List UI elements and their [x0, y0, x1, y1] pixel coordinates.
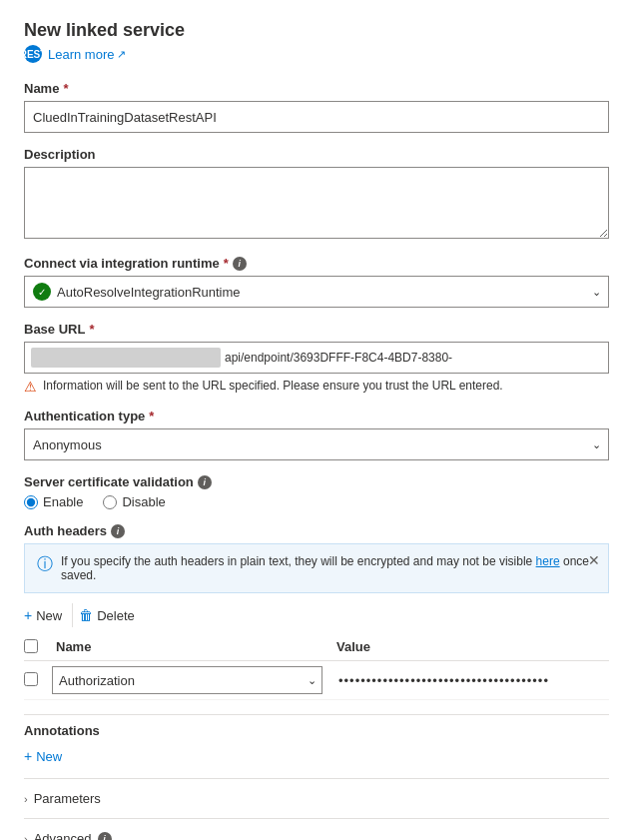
- table-row-name: Authorization ⌄: [52, 666, 330, 694]
- new-button[interactable]: + New: [24, 603, 73, 627]
- table-row-check: [24, 672, 52, 689]
- panel-title: New linked service: [24, 20, 609, 41]
- table-check-header: [24, 639, 52, 656]
- auth-headers-info-icon: i: [111, 524, 125, 538]
- table-row: Authorization ⌄ ••••••••••••••••••••••••…: [24, 661, 609, 700]
- banner-here-link[interactable]: here: [536, 554, 560, 568]
- description-input[interactable]: [24, 167, 609, 239]
- annotations-section: Annotations + New: [24, 714, 609, 766]
- parameters-section: › Parameters: [24, 778, 609, 818]
- advanced-chevron-icon: ›: [24, 833, 28, 841]
- runtime-select-wrapper: ✓ AutoResolveIntegrationRuntime ⌄: [24, 276, 609, 308]
- url-warning: ⚠ Information will be sent to the URL sp…: [24, 379, 609, 395]
- new-plus-icon: +: [24, 607, 32, 623]
- learn-more-link[interactable]: Learn more ↗: [48, 47, 126, 62]
- disable-radio-input[interactable]: [103, 495, 117, 509]
- info-banner-icon: ⓘ: [37, 554, 53, 575]
- base-url-label: Base URL *: [24, 322, 609, 337]
- panel-subtitle: REST Learn more ↗: [24, 45, 609, 63]
- advanced-info-icon: i: [98, 832, 112, 841]
- external-link-icon: ↗: [117, 48, 126, 61]
- advanced-section: › Advanced i: [24, 818, 609, 840]
- url-visible: api/endpoint/3693DFFF-F8C4-4BD7-8380-: [225, 351, 458, 365]
- table-select-wrapper: Authorization ⌄: [52, 666, 322, 694]
- rest-badge: REST: [24, 45, 42, 63]
- enable-radio-input[interactable]: [24, 495, 38, 509]
- server-cert-group: Server certificate validation i Enable D…: [24, 474, 609, 509]
- url-required: *: [89, 322, 94, 337]
- integration-runtime-group: Connect via integration runtime * i ✓ Au…: [24, 256, 609, 308]
- auth-headers-table-header: Name Value: [24, 635, 609, 661]
- banner-close-icon[interactable]: ✕: [588, 552, 600, 568]
- runtime-value: AutoResolveIntegrationRuntime: [57, 285, 600, 300]
- runtime-info-icon: i: [233, 257, 247, 271]
- auth-headers-toolbar: + New 🗑 Delete: [24, 603, 609, 627]
- server-cert-label: Server certificate validation i: [24, 474, 609, 489]
- table-value-header: Value: [328, 639, 609, 656]
- table-header-checkbox[interactable]: [24, 639, 38, 653]
- server-cert-info-icon: i: [198, 475, 212, 489]
- auth-required: *: [149, 409, 154, 423]
- annotations-label: Annotations: [24, 723, 609, 738]
- auth-type-group: Authentication type * Anonymous Basic Aa…: [24, 409, 609, 460]
- auth-type-select[interactable]: Anonymous Basic AadServicePrincipal Mana…: [24, 428, 609, 460]
- table-row-checkbox[interactable]: [24, 672, 38, 686]
- table-row-value: ••••••••••••••••••••••••••••••••••••••: [330, 673, 609, 688]
- authorization-select[interactable]: Authorization: [52, 666, 322, 694]
- delete-trash-icon: 🗑: [79, 607, 93, 623]
- auth-type-select-wrapper: Anonymous Basic AadServicePrincipal Mana…: [24, 428, 609, 460]
- server-cert-radio-group: Enable Disable: [24, 494, 609, 509]
- auth-headers-group: Auth headers i ⓘ If you specify the auth…: [24, 523, 609, 700]
- name-group: Name *: [24, 81, 609, 133]
- runtime-required: *: [224, 256, 229, 271]
- annotations-plus-icon: +: [24, 748, 32, 764]
- panel: New linked service REST Learn more ↗ Nam…: [0, 0, 633, 840]
- warning-icon: ⚠: [24, 379, 37, 395]
- auth-type-label: Authentication type *: [24, 409, 609, 423]
- name-required: *: [63, 81, 68, 96]
- description-label: Description: [24, 147, 609, 162]
- table-name-header: Name: [52, 639, 328, 656]
- enable-radio-option[interactable]: Enable: [24, 494, 83, 509]
- name-label: Name *: [24, 81, 609, 96]
- parameters-header[interactable]: › Parameters: [24, 789, 609, 808]
- advanced-header[interactable]: › Advanced i: [24, 829, 609, 840]
- parameters-chevron-icon: ›: [24, 793, 28, 805]
- base-url-group: Base URL * api/endpoint/3693DFFF-F8C4-4B…: [24, 322, 609, 395]
- auth-headers-banner: ⓘ If you specify the auth headers in pla…: [24, 543, 609, 593]
- auth-headers-label: Auth headers i: [24, 523, 609, 538]
- annotations-new-button[interactable]: + New: [24, 746, 62, 766]
- description-group: Description: [24, 147, 609, 242]
- name-input[interactable]: [24, 101, 609, 133]
- url-display[interactable]: api/endpoint/3693DFFF-F8C4-4BD7-8380-: [24, 342, 609, 374]
- disable-radio-option[interactable]: Disable: [103, 494, 165, 509]
- green-check-icon: ✓: [33, 283, 51, 301]
- delete-button[interactable]: 🗑 Delete: [73, 603, 145, 627]
- runtime-select[interactable]: ✓ AutoResolveIntegrationRuntime ⌄: [24, 276, 609, 308]
- url-redacted: [31, 348, 221, 368]
- integration-runtime-label: Connect via integration runtime * i: [24, 256, 609, 271]
- info-banner-text: If you specify the auth headers in plain…: [61, 554, 596, 582]
